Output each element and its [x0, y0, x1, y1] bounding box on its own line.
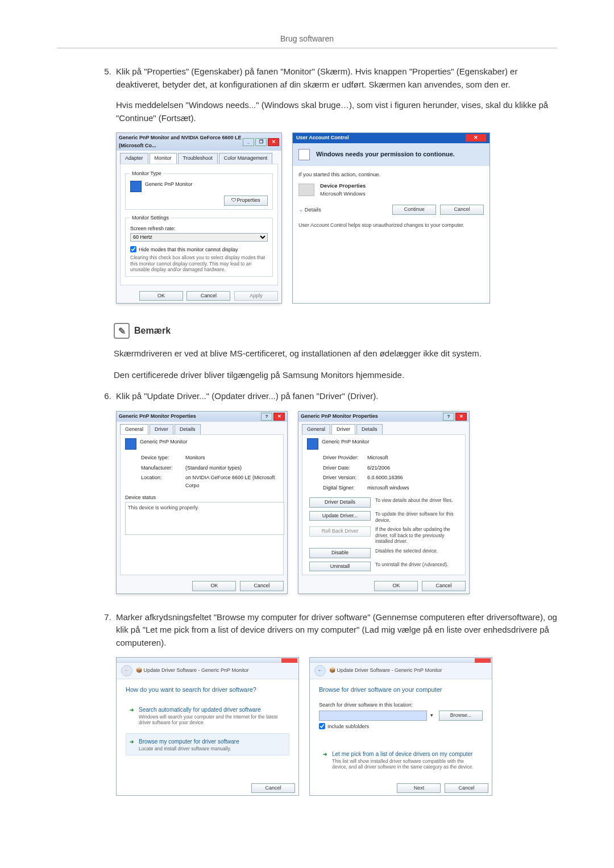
- driver-details-desc: To view details about the driver files.: [375, 497, 460, 504]
- tab-general[interactable]: General: [120, 424, 148, 435]
- refresh-rate-label: Screen refresh rate:: [130, 225, 268, 233]
- sign-value: microsoft windows: [367, 484, 460, 492]
- arrow-icon: ➔: [323, 751, 327, 759]
- cancel-button[interactable]: Cancel: [440, 205, 484, 215]
- cancel-button[interactable]: Cancel: [251, 783, 295, 794]
- tab-driver[interactable]: Driver: [331, 424, 355, 435]
- dialog-title: Generic PnP Monitor Properties: [119, 413, 196, 421]
- breadcrumb: 📦 Update Driver Software - Generic PnP M…: [329, 667, 442, 675]
- option-title: Search automatically for updated driver …: [139, 705, 284, 714]
- sign-label: Digital Signer:: [323, 484, 367, 492]
- uac-dialog: User Account Control ✕ Windows needs you…: [292, 132, 490, 304]
- date-label: Driver Date:: [323, 464, 367, 472]
- driver-details-button[interactable]: Driver Details: [309, 497, 371, 508]
- close-icon[interactable]: ✕: [273, 413, 285, 421]
- uac-publisher: Microsoft Windows: [320, 190, 366, 198]
- note-title: Bemærk: [134, 326, 171, 336]
- prov-label: Driver Provider:: [323, 454, 367, 462]
- apply-button[interactable]: Apply: [234, 291, 278, 301]
- tab-troubleshoot[interactable]: Troubleshoot: [178, 153, 218, 164]
- cancel-button[interactable]: Cancel: [186, 291, 230, 301]
- wizard-heading: Browse for driver software on your compu…: [319, 685, 483, 695]
- wizard-heading: How do you want to search for driver sof…: [126, 685, 289, 695]
- breadcrumb: 📦 Update Driver Software - Generic PnP M…: [136, 667, 248, 675]
- devstatus-label: Device status: [125, 494, 279, 502]
- details-toggle[interactable]: Details: [305, 206, 321, 213]
- help-icon[interactable]: ?: [443, 413, 454, 421]
- back-icon[interactable]: ←: [121, 665, 132, 676]
- close-icon[interactable]: ✕: [268, 138, 279, 146]
- option-pick-from-list[interactable]: ➔ Let me pick from a list of device driv…: [319, 746, 483, 774]
- tab-monitor[interactable]: Monitor: [150, 153, 177, 164]
- devtype-value: Monitors: [185, 454, 279, 462]
- next-button[interactable]: Next: [397, 783, 441, 794]
- monitor-name: Generic PnP Monitor: [322, 438, 369, 446]
- cancel-button[interactable]: Cancel: [422, 581, 466, 591]
- date-value: 6/21/2006: [367, 464, 460, 472]
- option-title: Let me pick from a list of device driver…: [332, 750, 478, 758]
- step-5-p2: Hvis meddelelsen "Windows needs..." (Win…: [116, 99, 557, 124]
- properties-button[interactable]: 🛡 Properties: [224, 196, 268, 206]
- device-properties-general: Generic PnP Monitor Properties ? ✕ Gener…: [116, 411, 288, 594]
- minimize-icon[interactable]: _: [243, 138, 254, 146]
- option-desc: This list will show installed driver sof…: [332, 758, 478, 770]
- browse-button[interactable]: Browse...: [439, 711, 483, 721]
- tab-color-mgmt[interactable]: Color Management: [219, 153, 273, 164]
- devtype-label: Device type:: [141, 454, 185, 462]
- option-search-auto[interactable]: ➔ Search automatically for updated drive…: [126, 701, 289, 730]
- ok-button[interactable]: OK: [139, 291, 183, 301]
- tab-adapter[interactable]: Adapter: [120, 153, 148, 164]
- monitor-name: Generic PnP Monitor: [140, 438, 187, 446]
- disable-button[interactable]: Disable: [309, 548, 371, 558]
- option-title: Browse my computer for driver software: [139, 737, 284, 746]
- monitor-type-legend: Monitor Type: [130, 170, 163, 178]
- tab-details[interactable]: Details: [356, 424, 383, 435]
- update-driver-wizard-browse: ← 📦 Update Driver Software - Generic PnP…: [309, 657, 492, 796]
- step-6: Klik på "Update Driver..." (Opdater driv…: [114, 390, 557, 593]
- search-location-label: Search for driver software in this locat…: [319, 701, 483, 709]
- shield-icon: [298, 149, 310, 160]
- cancel-button[interactable]: Cancel: [445, 783, 488, 794]
- include-subfolders-label: Include subfolders: [327, 723, 369, 731]
- step-5-p1: Klik på "Properties" (Egenskaber) på fan…: [116, 65, 557, 91]
- uninstall-button[interactable]: Uninstall: [309, 562, 371, 572]
- arrow-icon: ➔: [130, 707, 134, 715]
- option-desc: Windows will search your computer and th…: [139, 714, 284, 726]
- hide-modes-desc: Clearing this check box allows you to se…: [130, 255, 268, 273]
- help-icon[interactable]: ?: [261, 413, 272, 421]
- refresh-rate-select[interactable]: 60 Hertz: [130, 233, 268, 242]
- monitor-properties-dialog: Generic PnP Monitor and NVIDIA GeForce 6…: [116, 132, 282, 304]
- tab-driver[interactable]: Driver: [150, 424, 173, 435]
- uac-program-name: Device Properties: [320, 182, 366, 190]
- hide-modes-checkbox[interactable]: [130, 246, 136, 252]
- cancel-button[interactable]: Cancel: [240, 581, 284, 591]
- tab-general[interactable]: General: [302, 424, 330, 435]
- ok-button[interactable]: OK: [374, 581, 418, 591]
- tab-details[interactable]: Details: [175, 424, 201, 435]
- include-subfolders-checkbox[interactable]: [319, 723, 325, 729]
- rollback-driver-button[interactable]: Roll Back Driver: [309, 526, 371, 537]
- maximize-icon[interactable]: ❐: [255, 138, 267, 146]
- chevron-down-icon[interactable]: ⌄: [298, 206, 303, 213]
- update-driver-button[interactable]: Update Driver...: [309, 511, 371, 521]
- dialog-title: Generic PnP Monitor Properties: [301, 413, 378, 421]
- loc-label: Location:: [141, 474, 185, 489]
- rollback-driver-desc: If the device fails after updating the d…: [375, 526, 460, 545]
- close-icon[interactable]: ✕: [466, 134, 486, 142]
- mfr-label: Manufacturer:: [141, 464, 185, 472]
- option-desc: Locate and install driver software manua…: [139, 746, 284, 752]
- disable-desc: Disables the selected device.: [375, 548, 460, 554]
- close-icon[interactable]: ✕: [455, 413, 467, 421]
- back-icon[interactable]: ←: [314, 665, 326, 676]
- ok-button[interactable]: OK: [192, 581, 236, 591]
- monitor-icon: [307, 438, 318, 450]
- search-location-input[interactable]: [319, 711, 427, 721]
- continue-button[interactable]: Continue: [392, 205, 436, 215]
- note-icon: ✎: [114, 323, 130, 339]
- option-browse-computer[interactable]: ➔ Browse my computer for driver software…: [126, 733, 289, 756]
- uac-if-started: If you started this action, continue.: [298, 171, 484, 178]
- dropdown-icon[interactable]: ▾: [430, 712, 433, 720]
- note-p1: Skærmdriveren er ved at blive MS-certifi…: [114, 347, 557, 360]
- ver-value: 6.0.6000.16386: [367, 474, 460, 482]
- mfr-value: (Standard monitor types): [185, 464, 279, 472]
